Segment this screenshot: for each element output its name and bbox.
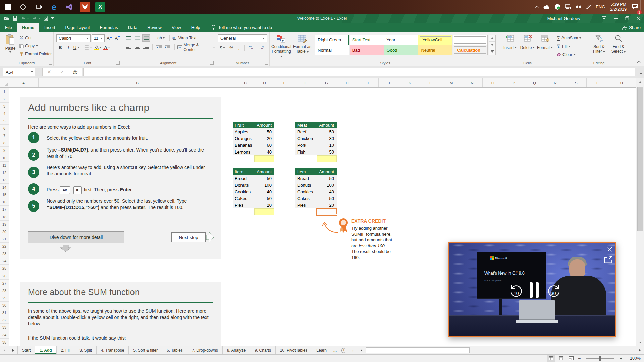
- number-dialog-launcher[interactable]: [265, 61, 268, 65]
- column-header-u[interactable]: U: [607, 78, 636, 87]
- sheet-tab-6-tables[interactable]: 6. Tables: [162, 346, 187, 354]
- cut-button[interactable]: Cut: [19, 34, 52, 42]
- table-cell[interactable]: Pies: [295, 202, 317, 208]
- redo-button[interactable]: [32, 16, 40, 20]
- column-header-g[interactable]: G: [316, 78, 337, 87]
- italic-button[interactable]: I: [64, 44, 72, 51]
- sheet-tab-5-sort-filter[interactable]: 5. Sort & filter: [129, 346, 162, 354]
- table-cell[interactable]: Cakes: [233, 195, 254, 202]
- ribbon-tab-formulas[interactable]: Formulas: [95, 23, 123, 32]
- column-header-k[interactable]: K: [399, 78, 420, 87]
- pause-button[interactable]: [530, 282, 539, 298]
- table-cell[interactable]: Donuts: [233, 182, 254, 188]
- restore-button[interactable]: [621, 14, 633, 23]
- cell-style-good[interactable]: Good: [384, 45, 419, 55]
- action-center-button[interactable]: 1: [629, 0, 640, 14]
- column-header-d[interactable]: D: [255, 78, 274, 87]
- open-button[interactable]: [4, 16, 9, 21]
- table-cell[interactable]: Bananas: [233, 142, 254, 148]
- rewind-10-button[interactable]: 10: [509, 284, 524, 298]
- yellow-answer-cell[interactable]: [254, 208, 274, 215]
- column-header-q[interactable]: Q: [524, 78, 545, 87]
- network-tray-button[interactable]: [562, 0, 573, 14]
- onedrive-tray-button[interactable]: [541, 0, 552, 14]
- name-box[interactable]: A54: [3, 68, 35, 76]
- video-popout-button[interactable]: [604, 256, 613, 265]
- page-layout-view-button[interactable]: [557, 355, 566, 362]
- language-indicator[interactable]: ENG: [593, 0, 607, 14]
- row-header-10[interactable]: 10: [0, 154, 9, 162]
- forward-30-button[interactable]: 30: [546, 284, 561, 298]
- row-header-28[interactable]: 28: [0, 287, 9, 294]
- middle-align-button[interactable]: [133, 34, 142, 42]
- more-sheets-tab[interactable]: ...: [331, 346, 339, 354]
- sheet-nav-right[interactable]: [9, 346, 17, 354]
- zoom-slider[interactable]: [586, 358, 614, 359]
- font-name-combo[interactable]: Calibri: [56, 34, 91, 42]
- column-header-p[interactable]: P: [503, 78, 524, 87]
- row-header-21[interactable]: 21: [0, 235, 9, 243]
- horizontal-scroll-thumb[interactable]: [366, 347, 470, 353]
- table-cell[interactable]: 50: [254, 175, 274, 182]
- decrease-decimal-button[interactable]: .00: [257, 44, 266, 51]
- ribbon-tab-view[interactable]: View: [167, 23, 186, 32]
- row-header-1[interactable]: 1: [0, 88, 9, 95]
- column-header-i[interactable]: I: [358, 78, 379, 87]
- row-header-31[interactable]: 31: [0, 309, 9, 316]
- font-color-button[interactable]: A: [102, 44, 112, 51]
- table-cell[interactable]: 100: [254, 182, 274, 188]
- accounting-format-button[interactable]: $: [218, 44, 227, 51]
- clipboard-dialog-launcher[interactable]: [49, 61, 52, 65]
- row-header-24[interactable]: 24: [0, 257, 9, 265]
- yellow-answer-cell[interactable]: [317, 155, 337, 162]
- gallery-up-button[interactable]: [489, 35, 495, 42]
- clear-button[interactable]: Clear: [557, 51, 589, 58]
- fill-color-button[interactable]: [93, 44, 102, 51]
- top-align-button[interactable]: [125, 34, 133, 42]
- scroll-left-button[interactable]: [358, 346, 365, 354]
- table-cell[interactable]: Oranges: [233, 135, 254, 142]
- cancel-formula-button[interactable]: ✕: [47, 69, 51, 75]
- video-overlay[interactable]: Microsoft What's New in C# 8.0 Mads Torg…: [448, 242, 616, 337]
- dive-down-button[interactable]: Dive down for more detail: [28, 231, 124, 243]
- row-header-33[interactable]: 33: [0, 324, 9, 331]
- table-cell[interactable]: 20: [254, 135, 274, 142]
- edge-taskbar-button[interactable]: e: [46, 0, 62, 14]
- row-header-20[interactable]: 20: [0, 228, 9, 235]
- expand-formula-bar-button[interactable]: [640, 70, 642, 76]
- row-header-27[interactable]: 27: [0, 280, 9, 287]
- decrease-indent-button[interactable]: [155, 44, 163, 51]
- table-cell[interactable]: 20: [317, 202, 337, 208]
- row-header-4[interactable]: 4: [0, 110, 9, 117]
- cell-style-calculation[interactable]: Calculation: [453, 45, 487, 55]
- table-cell[interactable]: Apples: [233, 128, 254, 135]
- ribbon-tab-review[interactable]: Review: [142, 23, 167, 32]
- row-header-2[interactable]: 2: [0, 95, 9, 103]
- table-cell[interactable]: Bread: [233, 175, 254, 182]
- sheet-tab-2-fill[interactable]: 2. Fill: [57, 346, 75, 354]
- table-cell[interactable]: Bread: [295, 175, 317, 182]
- clock[interactable]: 5:39 PM 2/2/2019: [607, 2, 629, 12]
- row-header-15[interactable]: 15: [0, 191, 9, 198]
- page-break-view-button[interactable]: [567, 355, 576, 362]
- ribbon-display-options-button[interactable]: [598, 14, 610, 23]
- table-cell[interactable]: Fish: [295, 148, 317, 155]
- sheet-tab-8-analyze[interactable]: 8. Analyze: [223, 346, 250, 354]
- zoom-in-button[interactable]: +: [619, 356, 623, 361]
- row-header-23[interactable]: 23: [0, 250, 9, 257]
- yellow-answer-cell[interactable]: [254, 155, 274, 162]
- row-header-30[interactable]: 30: [0, 302, 9, 309]
- formula-input[interactable]: [83, 68, 635, 76]
- row-header-5[interactable]: 5: [0, 117, 9, 125]
- increase-decimal-button[interactable]: .00: [247, 44, 256, 51]
- sheet-tab-7-drop-downs[interactable]: 7. Drop-downs: [187, 346, 223, 354]
- column-header-c[interactable]: C: [236, 78, 255, 87]
- pen-tray-button[interactable]: [584, 0, 593, 14]
- row-header-6[interactable]: 6: [0, 125, 9, 132]
- excel-taskbar-button[interactable]: X: [93, 0, 108, 14]
- align-left-button[interactable]: [125, 44, 133, 51]
- table-cell[interactable]: Pork: [295, 142, 317, 148]
- row-header-11[interactable]: 11: [0, 162, 9, 169]
- autosum-button[interactable]: ∑AutoSum: [557, 34, 589, 42]
- bottom-align-button[interactable]: [142, 34, 150, 42]
